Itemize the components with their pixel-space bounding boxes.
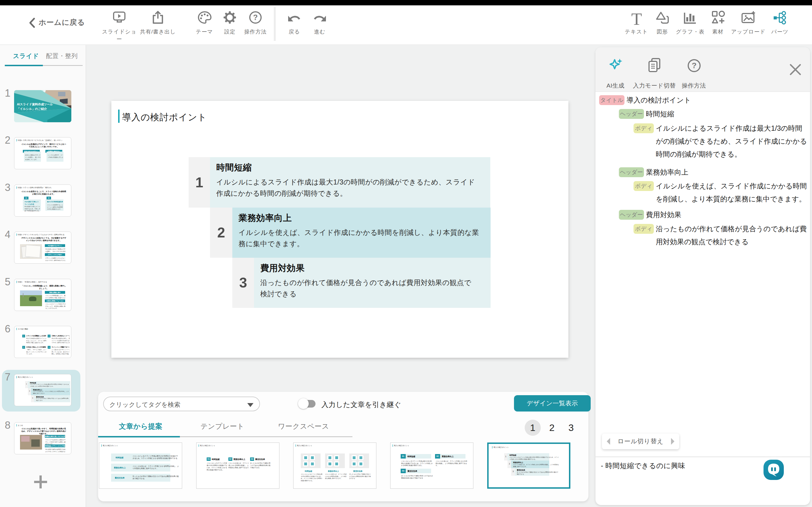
svg-text:?: ? — [253, 13, 258, 22]
svg-text:?: ? — [692, 61, 696, 70]
